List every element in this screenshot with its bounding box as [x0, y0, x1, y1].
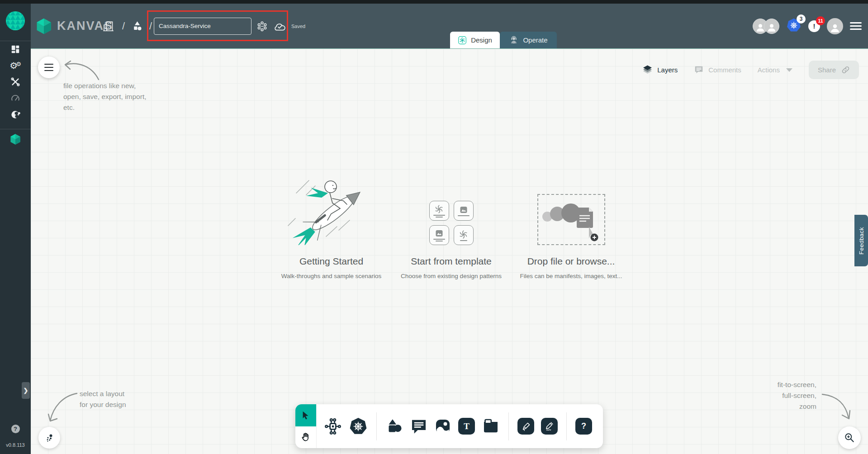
frame-icon: [482, 417, 500, 435]
design-toolbar: T: [295, 404, 603, 448]
link-icon: [841, 66, 850, 74]
gears-icon: ⚙⚙: [9, 60, 21, 71]
comments-icon: [694, 65, 704, 75]
comment-tool-button[interactable]: [410, 418, 427, 435]
header-menu-button[interactable]: [850, 22, 862, 30]
actions-dropdown[interactable]: Actions: [758, 66, 792, 74]
help-button[interactable]: ?: [11, 425, 20, 433]
actions-label: Actions: [758, 66, 780, 74]
speedometer-icon: [10, 93, 20, 103]
layers-icon: [642, 65, 653, 75]
comment-icon: [410, 418, 427, 435]
pinwheel-icon: [459, 230, 468, 239]
sidebar-item-dashboard[interactable]: [0, 41, 31, 57]
design-name-input[interactable]: [154, 18, 251, 35]
sketch-tool-button[interactable]: [541, 418, 558, 435]
file-dropzone[interactable]: [537, 194, 605, 245]
breadcrumb-separator: /: [122, 20, 125, 32]
template-tile-image: [454, 201, 474, 221]
pencil-doodle-icon: [545, 421, 555, 431]
sidebar-item-extensions[interactable]: [0, 106, 31, 123]
comments-button[interactable]: Comments: [694, 65, 741, 75]
window-top-strip: [0, 0, 868, 4]
breadcrumb-organization[interactable]: [102, 20, 114, 33]
select-tool-button[interactable]: [295, 404, 316, 426]
pen-tool-button[interactable]: [517, 418, 534, 435]
comments-label: Comments: [708, 66, 741, 74]
mode-tabs: Design Operate: [450, 32, 557, 48]
image-icon: [459, 205, 469, 214]
layout-select-button[interactable]: [38, 427, 60, 449]
zoom-annotation: fit-to-screen, full-screen, zoom: [778, 379, 816, 412]
design-canvas[interactable]: file operations like new, open, save, ex…: [31, 47, 868, 454]
kanvas-logo[interactable]: KANVAS: [35, 17, 113, 36]
sidebar-item-toolbox[interactable]: [0, 74, 31, 90]
template-tile-image: [429, 225, 449, 245]
rocket-illustration: [284, 174, 379, 245]
saved-status: Saved: [291, 24, 305, 29]
magnifier-plus-icon: [844, 432, 855, 444]
zoom-button[interactable]: [838, 426, 861, 449]
start-from-template-card[interactable]: Start from template Choose from existing…: [391, 174, 511, 279]
layout-cluster-icon: [44, 432, 55, 443]
layout-arrow: [44, 388, 83, 428]
file-ops-annotation: file operations like new, open, save, ex…: [63, 80, 147, 113]
app-header: KANVAS / /: [31, 4, 868, 48]
card-title: Start from template: [411, 256, 492, 267]
image-tool-button[interactable]: [434, 418, 451, 435]
kubernetes-tool-button[interactable]: [349, 417, 368, 436]
group-tool-button[interactable]: [482, 417, 500, 435]
getting-started-card[interactable]: Getting Started Walk-throughs and sample…: [271, 174, 391, 279]
toolbar-divider: [566, 412, 567, 440]
components-tool-button[interactable]: [324, 417, 342, 435]
text-tool-button[interactable]: T: [458, 418, 475, 435]
zoom-arrow: [819, 389, 855, 424]
share-button[interactable]: Share: [809, 61, 859, 79]
cloud-save-status-icon[interactable]: [273, 20, 287, 32]
sidebar-expand-button[interactable]: ❯: [22, 382, 30, 399]
template-tiles: [429, 174, 474, 245]
card-subtitle: Walk-throughs and sample scenarios: [281, 273, 382, 279]
tab-operate[interactable]: Operate: [500, 32, 557, 48]
kubernetes-icon: [349, 417, 368, 436]
crossed-tools-icon: [10, 77, 20, 87]
pan-tool-button[interactable]: [295, 426, 316, 449]
dashboard-icon: [10, 44, 20, 54]
kubernetes-count-badge: 3: [797, 14, 806, 24]
kanvas-hexagon-icon: [9, 133, 21, 145]
notifications-button[interactable]: ! 11: [808, 20, 820, 32]
feedback-tab[interactable]: Feedback: [854, 215, 868, 266]
pointer-tools: [295, 404, 317, 448]
share-label: Share: [818, 66, 836, 74]
template-tile-design: [429, 201, 449, 221]
tab-design-label: Design: [471, 36, 492, 44]
sidebar-item-kanvas[interactable]: [0, 129, 31, 149]
sidebar-item-performance[interactable]: [0, 90, 31, 106]
tab-design[interactable]: Design: [450, 32, 500, 48]
chevron-down-icon: [786, 68, 792, 72]
collaborator-avatars[interactable]: [753, 19, 779, 34]
welcome-cards: Getting Started Walk-throughs and sample…: [271, 174, 631, 279]
layers-button[interactable]: Layers: [642, 65, 678, 75]
image-icon: [434, 229, 444, 238]
image-icon: [434, 418, 451, 435]
template-tile-design: [454, 225, 474, 245]
layers-label: Layers: [657, 66, 678, 74]
profile-avatar[interactable]: [827, 18, 843, 34]
help-tool-button[interactable]: ?: [575, 418, 592, 435]
app-version: v0.8.113: [6, 442, 24, 448]
operate-icon: [509, 35, 519, 45]
tool-icons-row: T: [317, 404, 603, 448]
pen-icon: [521, 421, 531, 431]
drop-file-card[interactable]: Drop file or browse... Files can be mani…: [511, 174, 631, 279]
sidebar-item-settings[interactable]: ⚙⚙: [0, 57, 31, 74]
kubernetes-context-button[interactable]: 3: [786, 18, 802, 35]
file-operations-menu-button[interactable]: [38, 57, 60, 78]
workspace-shapes-icon: [131, 20, 143, 32]
mesh-environment-icon[interactable]: [256, 20, 268, 32]
extensions-icon: [10, 109, 21, 120]
meshery-logo-icon[interactable]: [5, 11, 25, 33]
card-title: Drop file or browse...: [527, 256, 615, 267]
shapes-tool-button[interactable]: [385, 417, 403, 435]
breadcrumb-workspace[interactable]: [131, 20, 143, 32]
